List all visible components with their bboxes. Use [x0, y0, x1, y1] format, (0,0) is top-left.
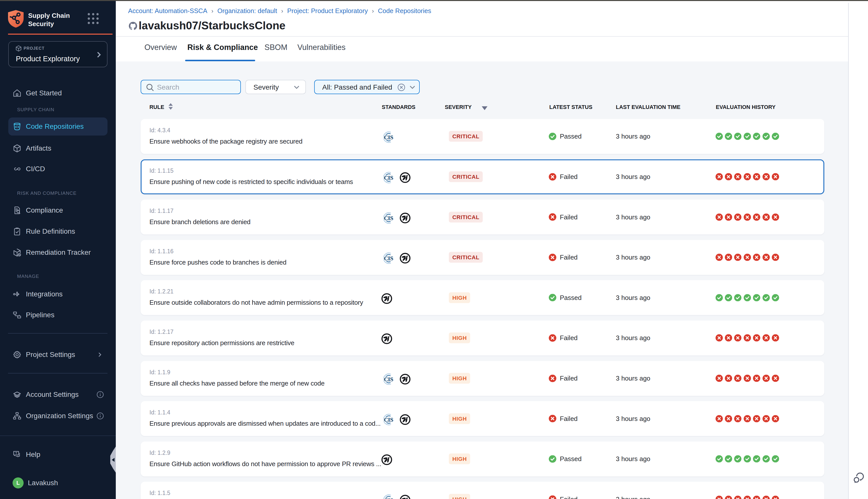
svg-text:CIS: CIS [384, 376, 393, 382]
svg-text:CIS: CIS [384, 255, 393, 261]
svg-text:CIS: CIS [384, 417, 393, 423]
svg-text:?: ? [15, 451, 17, 455]
svg-text:CIS: CIS [384, 215, 393, 221]
svg-text:CIS: CIS [384, 175, 393, 181]
svg-text:CIS: CIS [384, 497, 393, 499]
svg-text:CIS: CIS [384, 134, 393, 141]
